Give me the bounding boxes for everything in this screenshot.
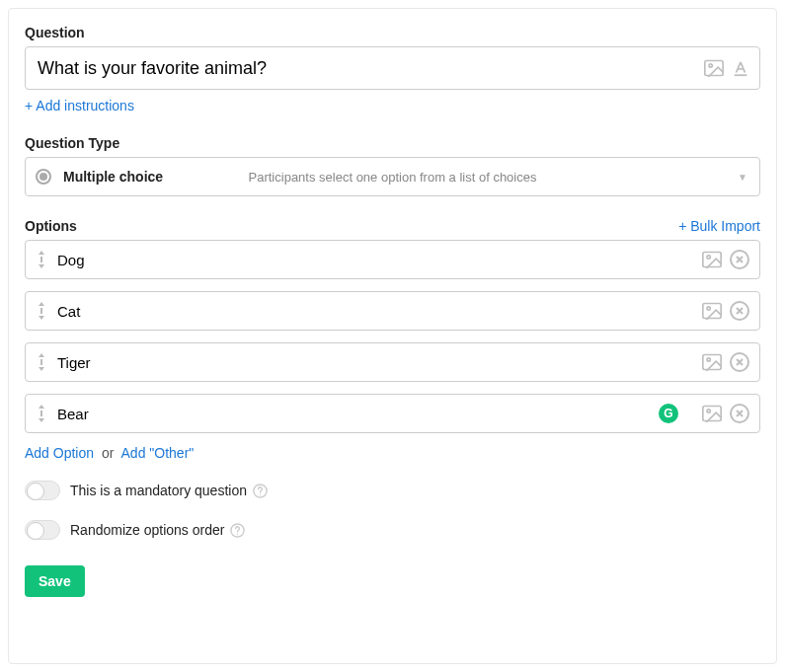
options-label: Options	[25, 218, 77, 234]
image-icon[interactable]	[702, 251, 722, 268]
or-separator: or	[102, 445, 114, 461]
mandatory-label: This is a mandatory question	[70, 483, 247, 498]
add-instructions-link[interactable]: + Add instructions	[25, 98, 760, 113]
save-button[interactable]: Save	[25, 565, 85, 597]
options-list: G	[25, 240, 760, 433]
svg-rect-6	[703, 304, 721, 319]
option-row	[25, 291, 760, 331]
question-type-label: Question Type	[25, 135, 760, 151]
question-input-wrap	[25, 46, 760, 90]
chevron-down-icon: ▼	[738, 172, 747, 183]
image-icon[interactable]	[704, 59, 724, 77]
svg-rect-0	[705, 61, 723, 76]
grammarly-badge-icon: G	[659, 404, 678, 423]
question-editor-panel: Question + Add instructions Question Typ…	[8, 8, 777, 664]
option-row	[25, 342, 760, 382]
option-row: G	[25, 394, 760, 433]
option-row	[25, 240, 760, 279]
randomize-toggle[interactable]	[25, 520, 60, 540]
svg-point-10	[707, 358, 710, 361]
question-type-description: Participants select one option from a li…	[249, 170, 537, 185]
svg-point-13	[707, 410, 710, 412]
mandatory-toggle-row: This is a mandatory question	[25, 481, 760, 500]
svg-point-16	[260, 493, 261, 494]
randomize-toggle-row: Randomize options order	[25, 520, 760, 540]
svg-point-7	[707, 307, 710, 310]
help-icon[interactable]	[230, 523, 245, 538]
remove-option-icon[interactable]	[730, 352, 749, 372]
drag-handle-icon[interactable]	[36, 353, 47, 371]
svg-rect-12	[703, 407, 721, 421]
svg-rect-9	[703, 355, 721, 370]
option-input[interactable]	[55, 302, 694, 321]
text-format-icon[interactable]	[732, 59, 749, 77]
drag-handle-icon[interactable]	[36, 405, 47, 422]
mandatory-toggle[interactable]	[25, 481, 60, 500]
svg-rect-3	[703, 253, 721, 267]
help-icon[interactable]	[253, 484, 268, 498]
radio-icon	[36, 169, 51, 185]
randomize-label: Randomize options order	[70, 522, 224, 538]
question-label: Question	[25, 25, 760, 40]
question-input[interactable]	[36, 47, 696, 89]
drag-handle-icon[interactable]	[36, 302, 47, 320]
image-icon[interactable]	[702, 405, 722, 422]
option-input[interactable]	[55, 251, 694, 269]
question-type-name: Multiple choice	[63, 169, 163, 185]
question-type-select[interactable]: Multiple choice Participants select one …	[25, 157, 760, 196]
image-icon[interactable]	[702, 353, 722, 371]
remove-option-icon[interactable]	[730, 404, 749, 423]
bulk-import-link[interactable]: + Bulk Import	[678, 218, 760, 234]
remove-option-icon[interactable]	[730, 250, 749, 269]
add-option-link[interactable]: Add Option	[25, 445, 94, 461]
remove-option-icon[interactable]	[730, 301, 749, 321]
image-icon[interactable]	[702, 302, 722, 320]
svg-point-18	[237, 533, 238, 534]
option-input[interactable]	[55, 405, 659, 423]
svg-point-1	[709, 64, 712, 67]
svg-rect-2	[735, 74, 747, 76]
add-other-link[interactable]: Add "Other"	[121, 445, 195, 461]
option-input[interactable]	[55, 353, 694, 372]
drag-handle-icon[interactable]	[36, 251, 47, 268]
svg-point-4	[707, 256, 710, 259]
